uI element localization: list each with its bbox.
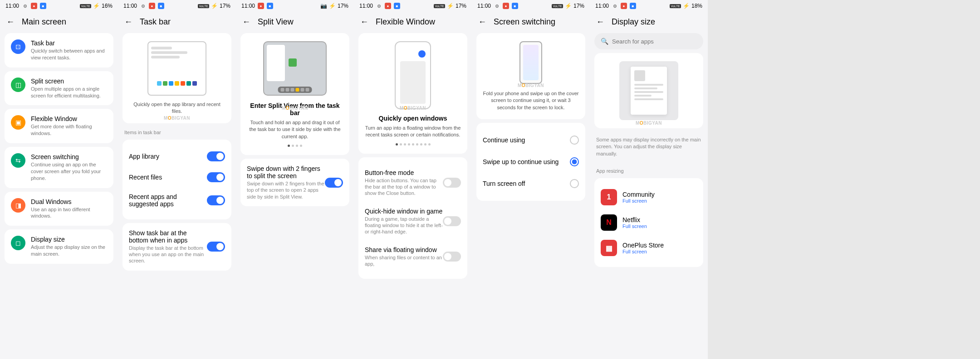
toggle-switch[interactable]: [443, 216, 461, 226]
app-icon: N: [601, 214, 617, 231]
toggle-recent-apps[interactable]: Recent apps and suggested apps: [129, 188, 225, 213]
illustration-card: Fold your phone and swipe up on the cove…: [476, 33, 585, 119]
toggle-app-library[interactable]: App library: [129, 146, 225, 167]
menu-item-task-bar[interactable]: ⊡Task barQuickly switch between apps and…: [5, 33, 113, 68]
back-icon[interactable]: ←: [596, 17, 604, 27]
battery-percent: 17%: [573, 3, 584, 9]
page-title: Task bar: [140, 17, 171, 27]
gear-icon: ⚙: [140, 3, 146, 9]
header: ← Flexible Window: [354, 11, 472, 33]
info-text: Some apps may display incorrectly on the…: [594, 132, 703, 162]
volte-icon: VoLTE: [80, 4, 91, 8]
status-bar: 11:00⚙●■ VoLTE⚡17%: [118, 0, 236, 11]
toggle-switch[interactable]: [443, 252, 461, 262]
status-bar: 11:00⚙●■ VoLTE⚡18%: [590, 0, 708, 11]
app-icon: ●: [149, 3, 155, 9]
charging-icon: ⚡: [565, 3, 572, 9]
header: ← Display size: [590, 11, 708, 33]
status-bar: 11:00●■ 📷⚡17%: [236, 0, 354, 11]
toggle-desc: Display the task bar at the bottom when …: [129, 245, 207, 264]
toggle-switch[interactable]: [207, 151, 225, 161]
toggle-switch[interactable]: [207, 242, 225, 252]
toggle-switch[interactable]: [207, 172, 225, 182]
screen-split-view: 11:00●■ 📷⚡17% ← Split View Enter Split V…: [236, 0, 354, 359]
charging-icon: ⚡: [93, 3, 100, 9]
menu-item-screen-switching[interactable]: ⇆Screen switchingContinue using an app o…: [5, 147, 113, 188]
header: ← Main screen: [0, 11, 118, 33]
app-item-netflix[interactable]: NNetflixFull screen: [601, 210, 697, 235]
watermark: MOBIGYAN: [164, 116, 190, 121]
toggle-button-free[interactable]: Button-free modeHide action buttons. You…: [365, 164, 461, 202]
battery-percent: 17%: [456, 3, 466, 9]
illus-desc: Touch and hold an app and drag it out of…: [247, 119, 343, 140]
battery-percent: 16%: [102, 3, 113, 9]
toggle-show-task-bar[interactable]: Show task bar at the bottom when in apps…: [122, 223, 231, 271]
item-title: Split screen: [31, 78, 107, 85]
volte-icon: VoLTE: [552, 4, 563, 8]
page-title: Split View: [258, 17, 294, 27]
menu-item-dual-windows[interactable]: ◨Dual WindowsUse an app in two different…: [5, 192, 113, 226]
toggle-label: Show task bar at the bottom when in apps: [129, 229, 207, 244]
menu-item-flexible-window[interactable]: ▣Flexible WindowGet more done with float…: [5, 109, 113, 143]
page-dots: [365, 143, 461, 146]
app-icon: ■: [40, 3, 46, 9]
item-desc: Get more done with floating windows.: [31, 123, 107, 137]
camera-icon: 📷: [320, 3, 327, 9]
illustration-card: MOBIGYAN: [594, 53, 703, 128]
app-icon: ●: [385, 3, 391, 9]
back-icon[interactable]: ←: [242, 17, 250, 27]
toggle-quick-hide[interactable]: Quick-hide window in gameDuring a game, …: [365, 202, 461, 241]
split-icon: ◫: [11, 78, 25, 92]
radio-turn-off[interactable]: Turn screen off: [483, 173, 579, 194]
item-title: Flexible Window: [31, 115, 107, 122]
item-desc: Continue using an app on the cover scree…: [31, 161, 107, 182]
toggle-recent-files[interactable]: Recent files: [129, 167, 225, 188]
toggle-switch[interactable]: [207, 195, 225, 205]
back-icon[interactable]: ←: [478, 17, 486, 27]
menu-item-split-screen[interactable]: ◫Split screenOpen multiple apps on a sin…: [5, 71, 113, 106]
status-time: 11:00: [477, 3, 491, 9]
radio-button[interactable]: [570, 136, 579, 145]
toggle-swipe-split[interactable]: Swipe down with 2 fingers to split the s…: [240, 159, 349, 206]
watermark: MOBIGYAN: [518, 83, 544, 88]
gear-icon: ⚙: [612, 3, 618, 9]
toggle-switch[interactable]: [325, 178, 343, 188]
search-bar[interactable]: 🔍: [594, 33, 703, 49]
toggle-label: Swipe down with 2 fingers to split the s…: [247, 165, 325, 180]
status-bar: 11:00⚙●■ VoLTE⚡17%: [354, 0, 472, 11]
battery-percent: 17%: [220, 3, 230, 9]
app-icon: ●: [31, 3, 37, 9]
radio-swipe-up[interactable]: Swipe up to continue using: [483, 151, 579, 173]
back-icon[interactable]: ←: [124, 17, 132, 27]
header: ← Screen switching: [472, 11, 590, 33]
toggle-share-floating[interactable]: Share via floating windowWhen sharing fi…: [365, 241, 461, 273]
window-icon: ▣: [11, 115, 25, 130]
doc-illustration: [619, 61, 678, 120]
radio-button[interactable]: [570, 179, 579, 188]
item-title: Screen switching: [31, 153, 107, 160]
display-icon: ◻: [11, 236, 25, 250]
dual-icon: ◨: [11, 198, 25, 213]
screen-switching: 11:00⚙●■ VoLTE⚡17% ← Screen switching Fo…: [472, 0, 590, 359]
screen-display-size: 11:00⚙●■ VoLTE⚡18% ← Display size 🔍 MOBI…: [590, 0, 708, 359]
status-time: 11:00: [123, 3, 137, 9]
charging-icon: ⚡: [447, 3, 454, 9]
illus-desc: Turn an app into a floating window from …: [365, 125, 461, 139]
menu-item-display-size[interactable]: ◻Display sizeAdjust the app display size…: [5, 229, 113, 264]
back-icon[interactable]: ←: [6, 17, 15, 27]
item-title: Dual Windows: [31, 198, 107, 205]
back-icon[interactable]: ←: [360, 17, 368, 27]
radio-continue[interactable]: Continue using: [483, 129, 579, 151]
caption: Quickly open the app library and recent …: [129, 101, 225, 115]
radio-button[interactable]: [570, 157, 579, 166]
gear-icon: ⚙: [22, 3, 28, 9]
switch-icon: ⇆: [11, 153, 25, 168]
illus-desc: Fold your phone and swipe up on the cove…: [483, 90, 579, 111]
search-input[interactable]: [612, 38, 697, 45]
item-desc: Open multiple apps on a single screen fo…: [31, 86, 107, 99]
app-item-community[interactable]: 1CommunityFull screen: [601, 184, 697, 210]
status-bar: 11:00⚙●■ VoLTE⚡16%: [0, 0, 118, 11]
header: ← Split View: [236, 11, 354, 33]
toggle-switch[interactable]: [443, 178, 461, 188]
app-item-oneplus-store[interactable]: ▦OnePlus StoreFull screen: [601, 235, 697, 261]
